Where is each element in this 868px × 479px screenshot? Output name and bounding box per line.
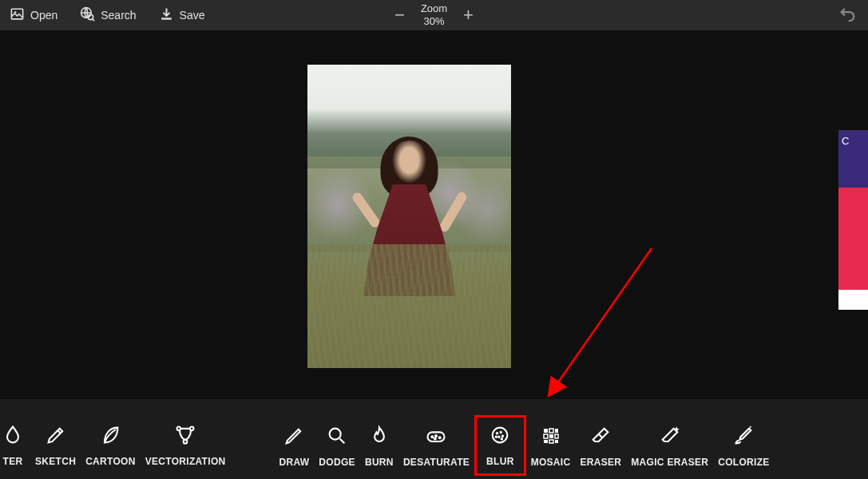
svg-rect-26 bbox=[549, 434, 553, 438]
search-label: Search bbox=[101, 9, 136, 22]
open-icon bbox=[10, 6, 25, 24]
zoom-value: 30% bbox=[421, 15, 447, 28]
search-button[interactable]: Search bbox=[80, 6, 136, 24]
canvas-area[interactable]: C bbox=[0, 30, 868, 399]
tool-draw[interactable]: DRAW bbox=[274, 417, 314, 476]
svg-rect-30 bbox=[555, 440, 558, 443]
svg-rect-24 bbox=[555, 429, 558, 433]
ad-mid bbox=[838, 188, 868, 290]
svg-point-13 bbox=[439, 437, 441, 438]
svg-point-11 bbox=[432, 436, 434, 437]
tool-label: TER bbox=[3, 456, 23, 467]
zoom-controls: − Zoom 30% + bbox=[394, 2, 474, 27]
tool-vectorization[interactable]: VECTORIZATION bbox=[141, 416, 231, 475]
tool-blur[interactable]: BLUR bbox=[474, 415, 526, 476]
pencil-icon bbox=[281, 423, 307, 449]
svg-point-17 bbox=[501, 431, 501, 432]
sketch-icon bbox=[43, 422, 69, 448]
svg-point-9 bbox=[330, 428, 341, 439]
mosaic-icon bbox=[538, 423, 564, 449]
svg-rect-4 bbox=[161, 18, 172, 19]
open-button[interactable]: Open bbox=[10, 6, 57, 24]
tool-label: BURN bbox=[365, 457, 394, 468]
tool-label: ERASER bbox=[580, 457, 621, 468]
save-icon bbox=[159, 6, 174, 24]
svg-point-6 bbox=[177, 426, 181, 430]
zoom-in-button[interactable]: + bbox=[463, 5, 474, 26]
tool-colorize[interactable]: COLORIZE bbox=[713, 417, 774, 476]
svg-point-19 bbox=[499, 436, 500, 437]
image-canvas[interactable] bbox=[307, 65, 511, 368]
svg-point-12 bbox=[436, 435, 438, 437]
tool-label: DRAW bbox=[279, 457, 309, 468]
tool-burn[interactable]: BURN bbox=[360, 417, 398, 476]
svg-rect-28 bbox=[544, 440, 548, 443]
svg-point-7 bbox=[190, 426, 194, 430]
tool-cartoon[interactable]: CARTOON bbox=[81, 416, 141, 475]
top-left-group: Open Search Save bbox=[10, 6, 205, 24]
svg-point-14 bbox=[434, 437, 436, 439]
magnifier-icon bbox=[324, 423, 350, 449]
svg-point-21 bbox=[501, 437, 502, 438]
save-button[interactable]: Save bbox=[159, 6, 205, 24]
zoom-display: Zoom 30% bbox=[421, 2, 447, 27]
tool-label: MOSAIC bbox=[531, 457, 571, 468]
tool-eraser[interactable]: ERASER bbox=[575, 417, 626, 476]
svg-point-1 bbox=[14, 11, 16, 13]
top-toolbar: Open Search Save − Zoom 30% + bbox=[0, 0, 868, 30]
svg-rect-29 bbox=[549, 440, 553, 443]
tool-label: DODGE bbox=[319, 457, 355, 468]
tool-dodge[interactable]: DODGE bbox=[314, 417, 360, 476]
svg-rect-27 bbox=[555, 434, 558, 438]
tool-label: VECTORIZATION bbox=[145, 456, 226, 467]
tool-desaturate[interactable]: DESATURATE bbox=[398, 417, 474, 476]
svg-point-16 bbox=[497, 432, 497, 433]
tool-label: BLUR bbox=[486, 456, 514, 467]
ad-top-text: C bbox=[838, 130, 868, 188]
vector-icon bbox=[172, 422, 198, 448]
ad-bottom bbox=[838, 290, 868, 310]
svg-rect-23 bbox=[549, 429, 553, 433]
search-globe-icon bbox=[80, 6, 95, 24]
side-ad-panel[interactable]: C bbox=[838, 130, 868, 310]
svg-rect-25 bbox=[544, 434, 548, 438]
svg-rect-22 bbox=[544, 429, 548, 433]
open-label: Open bbox=[30, 9, 57, 22]
svg-point-20 bbox=[496, 436, 497, 437]
tool-label: DESATURATE bbox=[403, 457, 470, 468]
blur-icon bbox=[487, 422, 513, 448]
tool-group-left: TER SKETCH CARTOON VECTORIZATION bbox=[0, 404, 230, 475]
undo-button[interactable] bbox=[838, 5, 856, 26]
tool-mosaic[interactable]: MOSAIC bbox=[526, 417, 576, 476]
tool-magic-eraser[interactable]: MAGIC ERASER bbox=[626, 417, 713, 476]
tool-label: CARTOON bbox=[85, 456, 136, 467]
tool-ter[interactable]: TER bbox=[0, 416, 30, 475]
brush-icon bbox=[731, 423, 756, 449]
drop-icon bbox=[0, 422, 26, 448]
magic-eraser-icon bbox=[657, 423, 683, 449]
zoom-label: Zoom bbox=[421, 2, 447, 15]
svg-point-15 bbox=[493, 427, 508, 442]
tool-label: COLORIZE bbox=[718, 457, 769, 468]
tool-sketch[interactable]: SKETCH bbox=[30, 416, 81, 475]
save-label: Save bbox=[180, 9, 205, 22]
tool-label: MAGIC ERASER bbox=[631, 457, 708, 468]
svg-line-5 bbox=[549, 248, 652, 396]
sponge-icon bbox=[423, 423, 449, 449]
flame-icon bbox=[367, 423, 392, 449]
tool-group-right: DRAW DODGE BURN DESATURATE BLUR bbox=[274, 403, 774, 476]
zoom-out-button[interactable]: − bbox=[394, 5, 405, 26]
eraser-icon bbox=[588, 423, 613, 449]
tool-label: SKETCH bbox=[35, 456, 76, 467]
leaf-icon bbox=[97, 422, 123, 448]
bottom-toolbar: TER SKETCH CARTOON VECTORIZATION DRAW bbox=[0, 399, 868, 479]
svg-point-18 bbox=[502, 435, 503, 436]
